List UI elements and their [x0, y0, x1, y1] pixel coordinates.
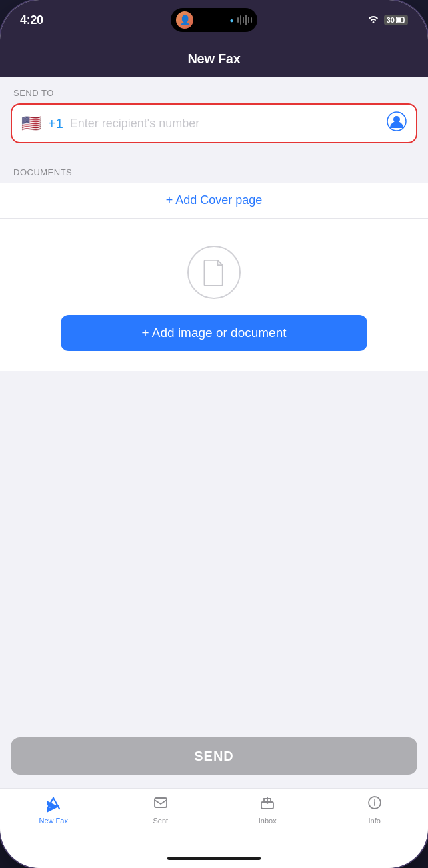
- spacer-1: [0, 143, 428, 157]
- status-time: 4:20: [20, 13, 43, 27]
- battery-indicator: 30: [384, 15, 408, 25]
- inbox-icon: [260, 795, 275, 814]
- home-bar: [167, 857, 261, 860]
- tab-inbox-label: Inbox: [259, 817, 277, 825]
- svg-rect-1: [405, 19, 406, 21]
- tab-info-label: Info: [369, 817, 381, 825]
- status-bar: 4:20 👤 ●: [0, 0, 428, 40]
- contact-picker-icon[interactable]: [387, 111, 407, 136]
- new-fax-icon: [45, 795, 61, 814]
- battery-level: 30: [387, 16, 395, 24]
- svg-rect-2: [397, 18, 401, 22]
- status-icons: 30: [367, 14, 408, 26]
- status-center: 👤 ●: [171, 0, 257, 32]
- documents-content: + Add Cover page + Add image or document: [0, 183, 428, 371]
- avatar-thumbnail: 👤: [176, 11, 193, 29]
- dot-indicator: ●: [229, 17, 233, 24]
- audio-wave-icon: [237, 15, 253, 25]
- tab-new-fax[interactable]: New Fax: [0, 795, 107, 825]
- send-button[interactable]: SEND: [11, 737, 417, 775]
- tab-bar: New Fax Sent: [0, 788, 428, 848]
- tab-inbox[interactable]: Inbox: [214, 795, 321, 825]
- sent-icon: [153, 795, 168, 814]
- dynamic-island: 👤 ●: [171, 8, 257, 32]
- svg-point-12: [374, 800, 375, 801]
- document-svg-icon: [202, 259, 226, 286]
- add-cover-label[interactable]: + Add Cover page: [166, 193, 263, 207]
- tab-sent-label: Sent: [153, 817, 168, 825]
- phone-screen: 4:20 👤 ●: [0, 0, 428, 868]
- send-button-container: SEND: [0, 729, 428, 788]
- recipient-field[interactable]: 🇺🇸 +1: [11, 103, 417, 143]
- page-title: New Fax: [187, 51, 240, 67]
- content-spacer: [0, 371, 428, 729]
- recipient-input[interactable]: [70, 117, 380, 131]
- tab-new-fax-label: New Fax: [39, 817, 68, 825]
- country-code[interactable]: +1: [48, 116, 63, 131]
- home-indicator: [0, 848, 428, 868]
- tab-info[interactable]: Info: [321, 795, 429, 825]
- phone-frame: 4:20 👤 ●: [0, 0, 428, 868]
- info-icon: [367, 795, 382, 814]
- country-flag[interactable]: 🇺🇸: [21, 115, 41, 131]
- documents-label: DOCUMENTS: [0, 157, 428, 183]
- dynamic-island-right: ●: [229, 15, 252, 25]
- main-content: SEND TO 🇺🇸 +1 DOCUMENTS: [0, 77, 428, 788]
- wifi-icon: [367, 14, 379, 26]
- document-placeholder-area: + Add image or document: [0, 219, 428, 371]
- doc-empty-icon: [187, 246, 241, 299]
- svg-rect-8: [155, 798, 167, 807]
- tab-sent[interactable]: Sent: [107, 795, 215, 825]
- nav-bar: New Fax: [0, 40, 428, 77]
- add-cover-button[interactable]: + Add Cover page: [0, 183, 428, 219]
- add-document-button[interactable]: + Add image or document: [61, 315, 367, 351]
- send-to-label: SEND TO: [0, 77, 428, 103]
